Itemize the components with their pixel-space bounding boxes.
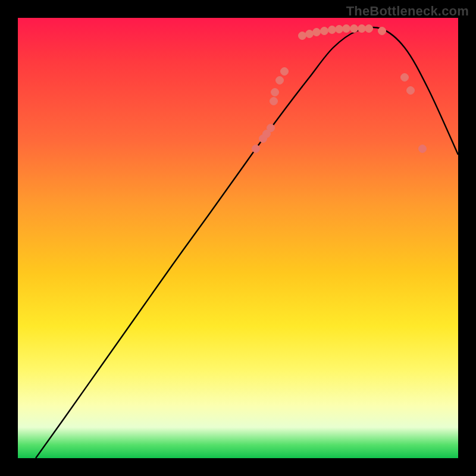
- data-point: [267, 124, 275, 132]
- data-point: [336, 26, 343, 33]
- data-point: [252, 145, 260, 153]
- curve-svg: [18, 18, 458, 458]
- data-point: [276, 77, 284, 84]
- data-point: [271, 89, 279, 96]
- data-point: [350, 25, 358, 33]
- data-point: [281, 68, 289, 76]
- data-point: [299, 32, 306, 40]
- data-point: [378, 27, 386, 35]
- watermark-text: TheBottleneck.com: [346, 4, 469, 19]
- data-point: [365, 25, 373, 33]
- data-point: [343, 25, 350, 33]
- data-point: [270, 98, 278, 105]
- bottleneck-curve: [36, 27, 458, 458]
- data-point: [358, 25, 366, 33]
- data-points: [252, 25, 427, 153]
- data-point: [419, 145, 427, 153]
- data-point: [401, 74, 409, 82]
- data-point: [306, 30, 314, 38]
- plot-area: [18, 18, 458, 458]
- data-point: [313, 29, 321, 36]
- data-point: [407, 87, 415, 95]
- data-point: [328, 26, 336, 34]
- chart-frame: TheBottleneck.com: [0, 0, 476, 476]
- data-point: [321, 27, 328, 35]
